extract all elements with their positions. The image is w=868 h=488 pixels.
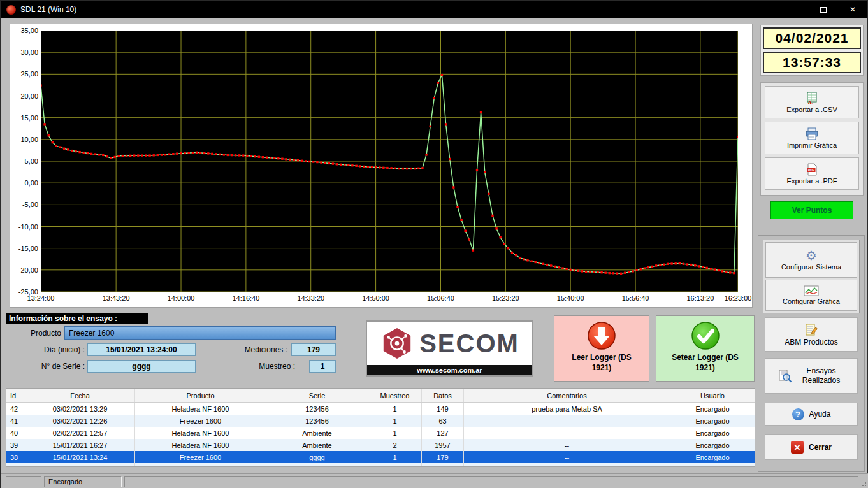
mediciones-field: 179 [291, 343, 336, 356]
muestreo-field: 1 [309, 360, 336, 373]
y-axis-label: 20,00 [11, 92, 38, 100]
chart-canvas [41, 31, 738, 292]
minimize-button[interactable] [779, 1, 809, 18]
ver-puntos-button[interactable]: Ver Puntos [770, 201, 853, 219]
cell-fecha: 02/02/2021 12:57 [25, 427, 135, 439]
app-window: SDL 21 (Win 10) ✕ 35,0030,0025,0020,0015… [0, 0, 868, 488]
window-title: SDL 21 (Win 10) [20, 5, 76, 14]
tools-panel: ⚙ Configurar Sistema Configurar Gráfica [758, 235, 865, 472]
x-axis-label: 15:06:40 [419, 294, 462, 302]
producto-field[interactable]: Freezer 1600 [64, 326, 336, 340]
export-csv-label: Exportar a .CSV [786, 106, 837, 113]
configurar-grafica-button[interactable]: Configurar Gráfica [765, 280, 857, 311]
cell-muestreo: 2 [368, 439, 422, 451]
status-cell-empty [6, 476, 41, 487]
maximize-button[interactable] [809, 1, 838, 18]
x-axis-label: 14:33:20 [289, 294, 333, 302]
setear-logger-label: Setear Logger (DS 1921) [656, 353, 754, 373]
app-icon [6, 5, 16, 15]
x-axis-label: 15:56:40 [614, 294, 657, 302]
table-row[interactable]: 4203/02/2021 13:29Heladera NF 1600123456… [6, 403, 755, 415]
cell-fecha: 15/01/2021 13:24 [25, 451, 135, 463]
column-header[interactable]: Comentarios [464, 389, 670, 402]
cell-datos: 63 [422, 415, 464, 427]
cell-usuario: Encargado [670, 439, 755, 451]
export-csv-button[interactable]: a, Exportar a .CSV [765, 86, 859, 118]
cell-serie: 123456 [266, 415, 368, 427]
y-axis-label: 35,00 [11, 27, 38, 34]
x-axis-label: 16:23:00 [716, 294, 760, 302]
table-row[interactable]: 4103/02/2021 12:26Freezer 1600123456163-… [6, 415, 755, 427]
svg-text:a,: a, [808, 99, 813, 104]
cell-usuario: Encargado [670, 415, 755, 427]
column-header[interactable]: Datos [422, 389, 464, 402]
ensayos-realizados-label: Ensayos Realizados [798, 366, 845, 385]
cell-fecha: 03/02/2021 12:26 [25, 415, 135, 427]
abm-productos-button[interactable]: ABM Productos [765, 317, 858, 352]
chart-panel: 35,0030,0025,0020,0015,0010,005,000,00-5… [10, 24, 753, 308]
abm-productos-label: ABM Productos [785, 338, 837, 347]
close-button[interactable]: ✕ [838, 1, 867, 18]
help-icon: ? [792, 408, 804, 420]
excel-spreadsheet-icon: a, [806, 92, 818, 104]
column-header[interactable]: Muestreo [368, 389, 422, 402]
export-pdf-label: Exportar a .PDF [787, 177, 837, 185]
table-row[interactable]: 3715/01/2021 12:34Freezer 16001231231261… [6, 463, 755, 467]
column-header[interactable]: Fecha [25, 389, 135, 402]
x-axis-label: 13:24:00 [19, 294, 62, 302]
cell-comentarios: -- [464, 439, 670, 451]
column-header[interactable]: Serie [266, 389, 368, 402]
y-axis-label: 10,00 [11, 136, 38, 143]
cell-producto: Heladera NF 1600 [135, 427, 266, 439]
export-panel: a, Exportar a .CSV Imprimir Gráfica [760, 82, 864, 196]
column-header[interactable]: Usuario [670, 389, 755, 402]
ayuda-label: Ayuda [809, 410, 831, 419]
y-axis-label: -25,00 [11, 288, 38, 296]
y-axis-label: 30,00 [11, 48, 38, 56]
table-row[interactable]: 3815/01/2021 13:24Freezer 1600gggg1179--… [6, 451, 755, 463]
y-axis-label: -10,00 [11, 223, 38, 231]
x-axis-label: 14:16:40 [224, 294, 268, 302]
print-chart-button[interactable]: Imprimir Gráfica [765, 122, 859, 154]
y-axis-label: 15,00 [11, 114, 38, 122]
cell-serie: Ambiente [266, 439, 368, 451]
dia-inicio-field: 15/01/2021 13:24:00 [87, 343, 196, 356]
y-axis-label: -20,00 [11, 266, 38, 274]
magnifier-document-icon [778, 370, 793, 383]
configurar-sistema-button[interactable]: ⚙ Configurar Sistema [765, 242, 857, 278]
x-axis-label: 16:13:20 [679, 294, 722, 302]
cerrar-button[interactable]: ✕ Cerrar [765, 434, 858, 460]
cell-comentarios: -- [464, 451, 670, 463]
cell-datos: 127 [422, 427, 464, 439]
setear-logger-button[interactable]: Setear Logger (DS 1921) [656, 315, 755, 382]
status-cell-wide [124, 476, 858, 487]
printer-icon [805, 127, 819, 140]
x-axis-label: 15:23:20 [484, 294, 527, 302]
cell-datos: 179 [422, 451, 464, 463]
table-row[interactable]: 3915/01/2021 16:27Heladera NF 1600Ambien… [6, 439, 755, 451]
resize-grip[interactable] [860, 480, 866, 486]
producto-label: Producto [20, 329, 61, 338]
cell-datos: 149 [422, 403, 464, 415]
ayuda-button[interactable]: ? Ayuda [765, 403, 858, 426]
ensayos-realizados-button[interactable]: Ensayos Realizados [765, 358, 858, 394]
cell-id: 40 [6, 427, 25, 439]
numero-serie-label: N° de Serie : [13, 362, 85, 371]
table-row[interactable]: 4002/02/2021 12:57Heladera NF 1600Ambien… [6, 427, 755, 439]
leer-logger-button[interactable]: Leer Logger (DS 1921) [554, 315, 649, 382]
cell-id: 38 [6, 451, 25, 463]
column-header[interactable]: Producto [135, 389, 266, 402]
cell-usuario: Encargado [670, 463, 755, 467]
cell-usuario: Encargado [670, 403, 755, 415]
status-user: Encargado [44, 476, 122, 487]
export-pdf-button[interactable]: PDF Exportar a .PDF [765, 157, 859, 190]
chart-plot-area[interactable] [41, 31, 738, 292]
cell-datos: 1957 [422, 439, 464, 451]
secom-url: www.secom.com.ar [367, 365, 532, 375]
cell-serie: 123123126 [266, 463, 368, 467]
table-header-row: IdFechaProductoSerieMuestreoDatosComenta… [6, 389, 755, 403]
x-axis-label: 14:00:00 [159, 294, 203, 302]
y-axis-label: -5,00 [11, 201, 38, 208]
column-header[interactable]: Id [6, 389, 25, 402]
ensayos-table[interactable]: IdFechaProductoSerieMuestreoDatosComenta… [6, 388, 755, 467]
